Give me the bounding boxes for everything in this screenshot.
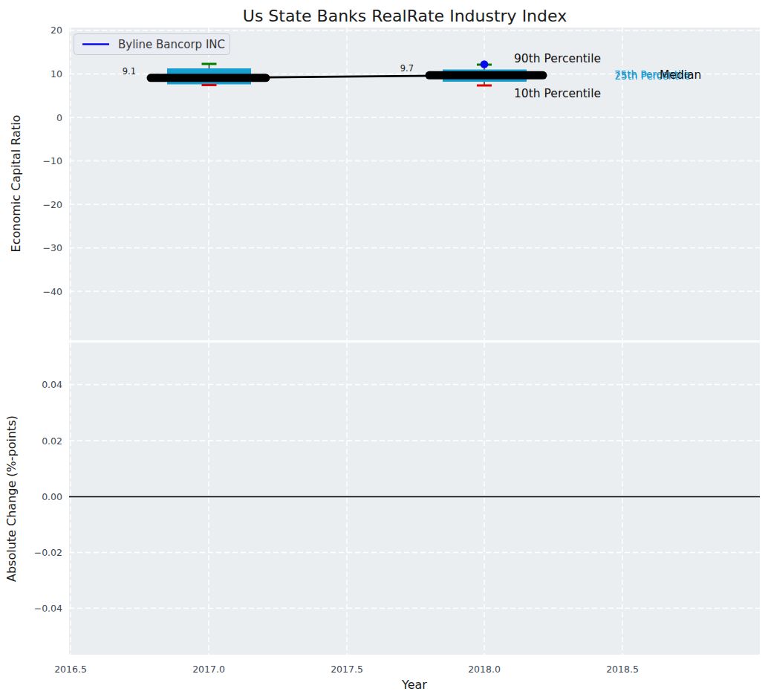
median-value-2018: 9.7 — [400, 63, 414, 74]
chart-svg: 9.1 9.7 90th Percentile 10th Percentile … — [0, 0, 768, 700]
legend-label: Byline Bancorp INC — [118, 38, 225, 51]
bottom-ytick-n004: −0.04 — [34, 603, 62, 614]
xtick-2017-5: 2017.5 — [331, 664, 363, 675]
median-value-2017: 9.1 — [123, 66, 136, 77]
xtick-2018-0: 2018.0 — [468, 664, 501, 675]
legend: Byline Bancorp INC — [74, 34, 230, 55]
bottom-ytick-002: 0.02 — [42, 435, 62, 447]
top-ytick-n40: −40 — [43, 286, 62, 297]
top-ytick-n20: −20 — [43, 199, 62, 210]
figure: 9.1 9.7 90th Percentile 10th Percentile … — [0, 0, 768, 700]
top-ytick-10: 10 — [51, 68, 62, 80]
top-ytick-20: 20 — [51, 25, 62, 36]
bottom-ytick-000: 0.00 — [42, 491, 62, 502]
xtick-2017-0: 2017.0 — [192, 664, 225, 675]
bottom-ytick-n002: −0.02 — [34, 547, 62, 558]
company-point-2018 — [481, 60, 489, 68]
xtick-2018-5: 2018.5 — [606, 664, 639, 675]
annotation-10th-percentile: 10th Percentile — [514, 87, 601, 100]
top-ytick-n10: −10 — [43, 155, 62, 166]
bottom-ytick-004: 0.04 — [42, 379, 62, 390]
top-ytick-n30: −30 — [43, 242, 62, 253]
xtick-2016-5: 2016.5 — [54, 664, 87, 675]
annotation-median: Median — [660, 68, 701, 82]
top-ytick-0: 0 — [56, 112, 62, 123]
chart-title: Us State Banks RealRate Industry Index — [243, 7, 567, 25]
top-y-axis-label: Economic Capital Ratio — [9, 115, 23, 253]
annotation-90th-percentile: 90th Percentile — [514, 52, 601, 65]
x-axis-label: Year — [401, 678, 427, 692]
bottom-y-axis-label: Absolute Change (%-points) — [4, 415, 19, 582]
